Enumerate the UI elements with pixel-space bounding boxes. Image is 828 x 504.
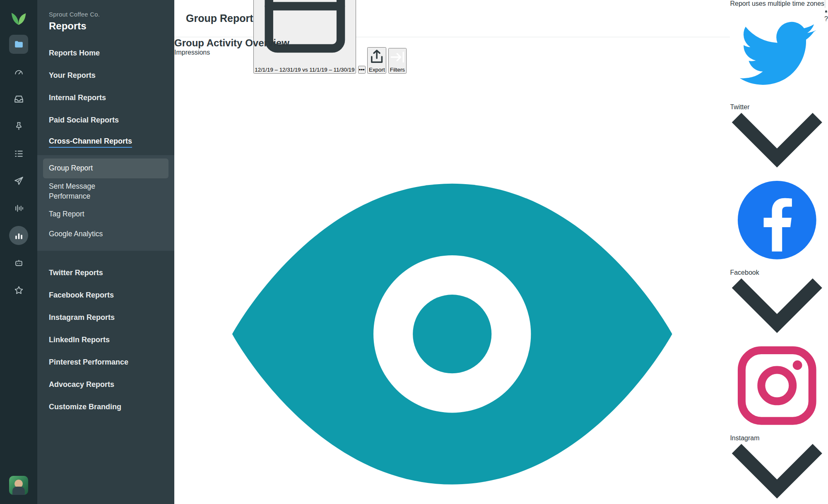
sidebar-item-cross-channel-reports[interactable]: Cross-Channel Reports xyxy=(43,131,168,154)
sidebar-item-linkedin-reports[interactable]: LinkedIn Reports xyxy=(43,329,168,351)
sidebar-item-twitter-reports[interactable]: Twitter Reports xyxy=(43,262,168,284)
chevron-down-icon xyxy=(730,166,824,173)
notifications-bell-icon[interactable] xyxy=(824,8,828,15)
sidebar-item-reports-home[interactable]: Reports Home xyxy=(43,42,168,64)
pin-icon[interactable] xyxy=(9,117,28,136)
main-column: Group Report 12/1/19 – 12/31/19 vs 11/1/… xyxy=(174,0,730,504)
sidebar-item-customize-branding[interactable]: Customize Branding xyxy=(43,396,168,418)
paper-plane-icon[interactable] xyxy=(9,171,28,190)
sidebar-subitem-tag-report[interactable]: Tag Report xyxy=(43,204,168,224)
account-row-facebook[interactable]: Facebook xyxy=(730,173,824,338)
inbox-icon[interactable] xyxy=(9,89,28,108)
cross-channel-submenu: Group Report Sent Message Performance Ta… xyxy=(37,155,174,251)
compose-button[interactable] xyxy=(824,0,826,8)
multiple-timezones-link[interactable]: multiple xyxy=(768,0,790,7)
facebook-icon xyxy=(730,262,824,269)
company-name: Sprout Coffee Co. xyxy=(49,11,163,18)
account-row-instagram[interactable]: Instagram xyxy=(730,338,824,504)
user-avatar[interactable] xyxy=(9,476,28,495)
sidebar-item-instagram-reports[interactable]: Instagram Reports xyxy=(43,306,168,329)
utility-rail: ? xyxy=(824,0,828,504)
star-icon[interactable] xyxy=(9,281,28,300)
sidebar-title: Reports xyxy=(49,20,163,32)
sidebar-item-facebook-reports[interactable]: Facebook Reports xyxy=(43,284,168,306)
accounts-panel: Report uses multiple time zones Twitter … xyxy=(730,0,824,504)
sidebar-item-pinterest-performance[interactable]: Pinterest Performance xyxy=(43,351,168,373)
page-title: Group Report xyxy=(186,12,253,24)
reports-sidebar: Sprout Coffee Co. Reports Reports Home Y… xyxy=(37,0,174,504)
group-activity-overview-card: Group Activity Overview Impressions 1,83… xyxy=(174,37,730,504)
queue-list-icon[interactable] xyxy=(9,144,28,163)
sidebar-item-advocacy-reports[interactable]: Advocacy Reports xyxy=(43,373,168,396)
sidebar-subitem-group-report[interactable]: Group Report xyxy=(43,158,168,178)
impressions-label[interactable]: Impressions xyxy=(174,49,210,56)
timezone-note: Report uses multiple time zones xyxy=(730,0,824,7)
reports-chart-icon[interactable] xyxy=(9,226,28,245)
sidebar-item-your-reports[interactable]: Your Reports xyxy=(43,64,168,86)
app-icon-rail xyxy=(0,0,37,504)
sidebar-item-paid-social-reports[interactable]: Paid Social Reports xyxy=(43,109,168,131)
chevron-down-icon xyxy=(730,331,824,338)
app-window: Sprout Coffee Co. Reports Reports Home Y… xyxy=(0,0,828,504)
instagram-icon xyxy=(730,427,824,434)
chevron-down-icon xyxy=(730,497,824,504)
twitter-icon xyxy=(730,96,824,103)
impressions-metric: Impressions 1,832 xyxy=(174,49,730,504)
sidebar-subitem-google-analytics[interactable]: Google Analytics xyxy=(43,224,168,244)
pulse-bars-icon[interactable] xyxy=(9,199,28,218)
sidebar-item-internal-reports[interactable]: Internal Reports xyxy=(43,86,168,109)
bot-icon[interactable] xyxy=(9,253,28,272)
sprout-logo-icon[interactable] xyxy=(10,8,28,26)
sidebar-subitem-sent-message-performance[interactable]: Sent Message Performance xyxy=(43,178,138,204)
page-header: Group Report 12/1/19 – 12/31/19 vs 11/1/… xyxy=(174,0,730,37)
overview-card-title: Group Activity Overview xyxy=(174,37,730,49)
account-row-twitter[interactable]: Twitter xyxy=(730,7,824,173)
folder-icon[interactable] xyxy=(9,35,28,54)
gauge-icon[interactable] xyxy=(9,62,28,81)
help-icon[interactable]: ? xyxy=(824,15,828,23)
report-content: Group Activity Overview Impressions 1,83… xyxy=(174,37,730,504)
